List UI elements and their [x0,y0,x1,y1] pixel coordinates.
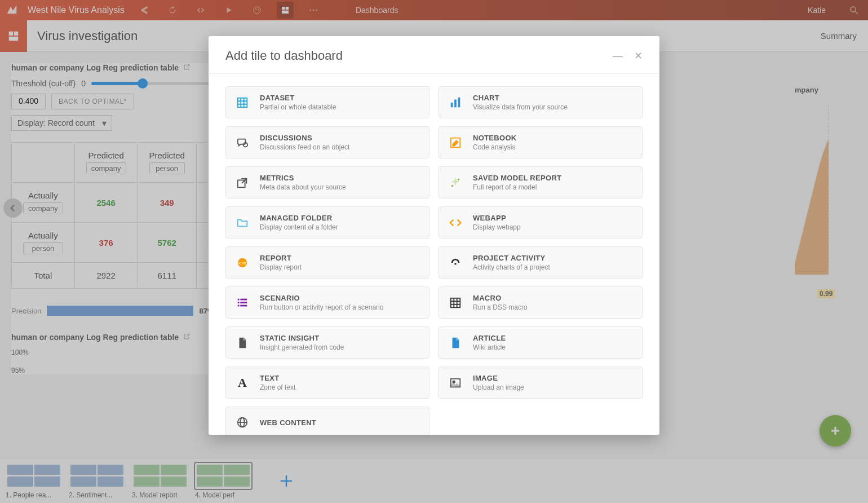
tile-option-desc: Run button or activity report of a scena… [260,303,383,311]
folder-icon [234,214,251,231]
table-icon [234,94,251,111]
globe-icon [234,414,251,431]
svg-rect-37 [238,302,240,303]
tile-option-dataset[interactable]: DATASETPartial or whole datatable [225,86,429,118]
code-icon [447,214,464,231]
tile-option-macro[interactable]: MACRORun a DSS macro [439,286,643,319]
tile-option-desc: Run a DSS macro [473,303,528,311]
tile-option-notebook[interactable]: NOTEBOOKCode analysis [439,126,643,158]
svg-rect-38 [240,302,247,303]
tile-option-article[interactable]: ARTICLEWiki article [439,326,643,359]
svg-point-34 [454,263,457,265]
tile-option-webapp[interactable]: WEBAPPDisplay webapp [439,206,643,239]
image-icon [447,374,464,391]
tile-option-title: METRICS [260,174,346,182]
tile-option-metrics[interactable]: METRICSMeta data about your source [225,166,429,198]
tile-option-project-activity[interactable]: PROJECT ACTIVITYActivity charts of a pro… [439,246,643,279]
tile-option-title: REPORT [260,254,302,262]
tile-option-desc: Insight generated from code [260,343,344,351]
tile-option-title: STATIC INSIGHT [260,334,344,342]
modal-minimize-button[interactable]: — [613,50,623,62]
edit-icon [447,134,464,151]
A-icon: A [234,374,251,391]
add-tile-modal: Add tile to dashboard — ✕ DATASETPartial… [209,36,659,435]
tile-option-title: NOTEBOOK [473,134,517,142]
modal-close-button[interactable]: ✕ [634,50,643,62]
tile-option-title: DATASET [260,94,336,102]
tile-option-title: DISCUSSIONS [260,134,349,142]
svg-rect-25 [454,99,457,107]
tile-option-desc: Wiki article [473,343,506,351]
tile-option-desc: Upload an image [473,383,524,391]
svg-rect-26 [458,97,460,107]
tile-option-title: CHART [473,94,568,102]
modal-title: Add tile to dashboard [225,48,343,63]
sparkle-icon [447,174,464,191]
bar-icon [447,94,464,111]
tile-option-chart[interactable]: CHARTVisualize data from your source [439,86,643,118]
tile-option-desc: Full report of a model [473,183,561,191]
tile-option-scenario[interactable]: SCENARIORun button or activity report of… [225,286,429,319]
tile-option-desc: Activity charts of a project [473,263,550,271]
svg-rect-24 [451,103,453,107]
tile-option-desc: Meta data about your source [260,183,346,191]
tile-option-title: PROJECT ACTIVITY [473,254,550,262]
tile-option-title: MANAGED FOLDER [260,214,338,222]
grid-icon [447,294,464,311]
tile-option-desc: Display content of a folder [260,223,338,231]
tile-option-desc: Code analysis [473,143,517,151]
svg-rect-19 [238,98,247,107]
svg-rect-41 [451,298,460,307]
tile-option-text[interactable]: ATEXTZone of text [225,367,429,399]
tile-option-desc: Display report [260,263,302,271]
tile-option-web-content[interactable]: WEB CONTENT [225,407,429,435]
svg-point-30 [451,184,454,187]
svg-text:knitr: knitr [238,260,246,265]
svg-rect-40 [240,305,247,306]
tile-option-title: WEB CONTENT [260,418,316,427]
tile-option-title: SAVED MODEL REPORT [473,174,561,182]
tile-option-report[interactable]: knitrREPORTDisplay report [225,246,429,279]
svg-rect-36 [240,298,247,300]
svg-rect-35 [238,298,240,300]
doc-icon [234,334,251,351]
circle-icon: knitr [234,254,251,271]
tile-option-desc: Partial or whole datatable [260,103,336,111]
chat-icon [234,134,251,151]
doc-icon [447,334,464,351]
tile-option-desc: Display webapp [473,223,521,231]
tile-option-title: WEBAPP [473,214,521,222]
list-icon [234,294,251,311]
tile-option-saved-model-report[interactable]: SAVED MODEL REPORTFull report of a model [439,166,643,198]
tile-option-title: SCENARIO [260,294,383,302]
tile-option-static-insight[interactable]: STATIC INSIGHTInsight generated from cod… [225,326,429,359]
tile-option-desc: Discussions feed on an object [260,143,349,151]
svg-rect-39 [238,305,240,306]
tile-option-discussions[interactable]: DISCUSSIONSDiscussions feed on an object [225,126,429,158]
tile-option-desc: Visualize data from your source [473,103,568,111]
svg-point-47 [453,381,455,383]
tile-option-desc: Zone of text [260,383,295,391]
svg-point-31 [458,178,460,180]
gauge-icon [447,254,464,271]
tile-option-title: TEXT [260,374,295,382]
tile-option-title: MACRO [473,294,528,302]
tile-option-title: IMAGE [473,374,524,382]
external-icon [234,174,251,191]
tile-option-title: ARTICLE [473,334,506,342]
tile-option-image[interactable]: IMAGEUpload an image [439,367,643,399]
tile-option-managed-folder[interactable]: MANAGED FOLDERDisplay content of a folde… [225,206,429,239]
